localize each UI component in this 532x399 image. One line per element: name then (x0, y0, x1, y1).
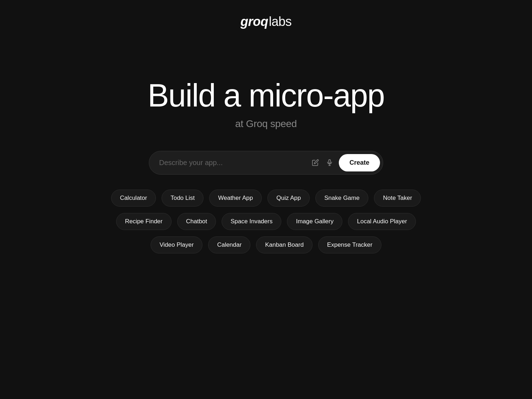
chip-todo-list[interactable]: Todo List (162, 190, 203, 207)
chip-quiz-app[interactable]: Quiz App (267, 190, 310, 207)
chip-calculator[interactable]: Calculator (111, 190, 156, 207)
hero-section: Build a micro-app at Groq speed (148, 79, 384, 130)
chip-chatbot[interactable]: Chatbot (177, 213, 216, 230)
microphone-icon (326, 159, 333, 166)
create-button[interactable]: Create (339, 154, 380, 171)
hero-subtitle: at Groq speed (235, 118, 297, 130)
logo-groq-text: groq (240, 14, 268, 29)
chip-space-invaders[interactable]: Space Invaders (222, 213, 281, 230)
header: groqlabs (240, 14, 292, 29)
chip-note-taker[interactable]: Note Taker (374, 190, 421, 207)
chips-row-2: Recipe FinderChatbotSpace InvadersImage … (116, 213, 416, 230)
svg-rect-0 (329, 160, 330, 163)
chip-recipe-finder[interactable]: Recipe Finder (116, 213, 172, 230)
chip-expense-tracker[interactable]: Expense Tracker (318, 236, 381, 253)
chip-kanban-board[interactable]: Kanban Board (256, 236, 313, 253)
logo-labs-text: labs (269, 14, 292, 29)
chip-snake-game[interactable]: Snake Game (315, 190, 368, 207)
chip-calendar[interactable]: Calendar (208, 236, 250, 253)
microphone-icon-button[interactable] (322, 157, 337, 168)
chips-row-3: Video PlayerCalendarKanban BoardExpense … (151, 236, 381, 253)
chip-local-audio-player[interactable]: Local Audio Player (348, 213, 416, 230)
edit-icon-button[interactable] (308, 157, 322, 168)
app-description-input[interactable] (159, 159, 308, 167)
chips-row-1: CalculatorTodo ListWeather AppQuiz AppSn… (111, 190, 421, 207)
hero-title: Build a micro-app (148, 79, 384, 113)
chip-video-player[interactable]: Video Player (151, 236, 202, 253)
search-area: Create (149, 151, 383, 175)
chip-image-gallery[interactable]: Image Gallery (287, 213, 342, 230)
chip-weather-app[interactable]: Weather App (209, 190, 262, 207)
edit-icon (312, 159, 319, 166)
chips-container: CalculatorTodo ListWeather AppQuiz AppSn… (111, 190, 421, 253)
logo: groqlabs (240, 14, 292, 29)
